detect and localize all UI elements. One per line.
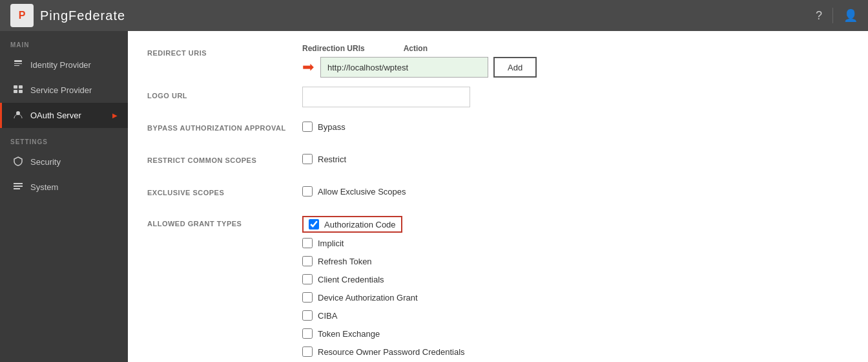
- action-col-header: Action: [404, 44, 428, 53]
- ping-logo-text: P: [19, 10, 26, 21]
- grant-types-list: Authorization Code Implicit Refresh Toke…: [302, 216, 465, 362]
- device-authorization-label: Device Authorization Grant: [318, 293, 418, 303]
- grant-type-token-exchange: Token Exchange: [302, 326, 465, 341]
- implicit-label: Implicit: [318, 239, 344, 248]
- svg-rect-0: [14, 60, 22, 62]
- token-exchange-checkbox[interactable]: [302, 328, 313, 339]
- settings-section-label: SETTINGS: [0, 128, 128, 149]
- grant-type-ciba: CIBA: [302, 308, 465, 323]
- allowed-grant-types-content: Authorization Code Implicit Refresh Toke…: [302, 216, 849, 362]
- svg-rect-6: [19, 90, 23, 93]
- add-button[interactable]: Add: [493, 57, 537, 78]
- device-authorization-checkbox[interactable]: [302, 292, 313, 303]
- brand-name: PingFederate: [40, 8, 125, 23]
- exclusive-scopes-row: EXCLUSIVE SCOPES Allow Exclusive Scopes: [147, 184, 849, 207]
- main-content: REDIRECT URIS Redirection URIs Action ➡ …: [128, 31, 868, 362]
- oauth-server-label: OAuth Server: [30, 111, 81, 120]
- sidebar-item-identity-provider[interactable]: Identity Provider: [0, 52, 128, 78]
- logo-url-content: [302, 87, 849, 107]
- main-section-label: MAIN: [0, 31, 128, 52]
- bypass-auth-content: Bypass: [302, 119, 849, 134]
- bypass-checkbox-row: Bypass: [302, 119, 346, 134]
- client-credentials-checkbox[interactable]: [302, 274, 313, 284]
- grant-type-client-credentials: Client Credentials: [302, 272, 465, 287]
- logo-url-input[interactable]: [302, 87, 470, 107]
- topbar-right: ? 👤: [816, 8, 858, 23]
- redirect-columns-header: Redirection URIs Action: [302, 44, 849, 53]
- grant-type-resource-owner: Resource Owner Password Credentials: [302, 344, 465, 359]
- redirect-uri-input[interactable]: [320, 57, 488, 78]
- identity-provider-icon: [12, 59, 24, 71]
- token-exchange-label: Token Exchange: [318, 329, 380, 339]
- topbar: P PingFederate ? 👤: [0, 0, 868, 31]
- restrict-checkbox[interactable]: [302, 154, 313, 164]
- topbar-left: P PingFederate: [10, 4, 125, 27]
- service-provider-icon: [12, 84, 24, 96]
- security-icon: [12, 156, 24, 168]
- redirection-uris-col-header: Redirection URIs: [302, 44, 365, 53]
- security-label: Security: [30, 157, 61, 167]
- arrow-indicator-icon: ➡: [302, 59, 314, 76]
- svg-rect-3: [14, 85, 17, 89]
- oauth-server-icon: [12, 109, 24, 122]
- service-provider-label: Service Provider: [30, 85, 92, 95]
- system-icon: [12, 181, 24, 193]
- svg-rect-8: [14, 183, 23, 184]
- redirect-uris-content: Redirection URIs Action ➡ Add: [302, 44, 849, 78]
- system-label: System: [30, 182, 58, 192]
- allowed-grant-types-label: ALLOWED GRANT TYPES: [147, 216, 302, 228]
- resource-owner-label: Resource Owner Password Credentials: [318, 347, 465, 357]
- ciba-checkbox[interactable]: [302, 310, 313, 321]
- sidebar-item-system[interactable]: System: [0, 175, 128, 200]
- sidebar-item-service-provider[interactable]: Service Provider: [0, 78, 128, 103]
- implicit-checkbox[interactable]: [302, 238, 313, 248]
- layout: MAIN Identity Provider Service Provider …: [0, 31, 868, 362]
- grant-type-implicit: Implicit: [302, 235, 465, 251]
- redirect-uris-label: REDIRECT URIS: [147, 44, 302, 78]
- grant-type-device-authorization: Device Authorization Grant: [302, 290, 465, 305]
- svg-rect-4: [19, 85, 23, 89]
- refresh-token-label: Refresh Token: [318, 257, 372, 266]
- allowed-grant-types-row: ALLOWED GRANT TYPES Authorization Code I…: [147, 216, 849, 362]
- restrict-label: Restrict: [318, 154, 346, 164]
- svg-rect-9: [14, 186, 23, 187]
- client-credentials-label: Client Credentials: [318, 275, 384, 284]
- sidebar: MAIN Identity Provider Service Provider …: [0, 31, 128, 362]
- bypass-auth-row: BYPASS AUTHORIZATION APPROVAL Bypass: [147, 119, 849, 142]
- redirect-input-row: ➡ Add: [302, 57, 849, 78]
- restrict-scopes-label: RESTRICT COMMON SCOPES: [147, 151, 302, 164]
- sidebar-item-security[interactable]: Security: [0, 149, 128, 175]
- svg-rect-5: [14, 90, 17, 93]
- restrict-checkbox-row: Restrict: [302, 151, 346, 167]
- ping-logo: P: [10, 4, 34, 27]
- svg-rect-2: [14, 65, 19, 66]
- logo-url-label: LOGO URL: [147, 87, 302, 100]
- bypass-label: Bypass: [318, 122, 346, 132]
- grant-type-authorization-code: Authorization Code: [302, 216, 402, 233]
- oauth-server-arrow: ▶: [112, 112, 118, 119]
- user-icon[interactable]: 👤: [843, 8, 858, 23]
- form-area: REDIRECT URIS Redirection URIs Action ➡ …: [128, 31, 868, 362]
- refresh-token-checkbox[interactable]: [302, 256, 313, 266]
- resource-owner-checkbox[interactable]: [302, 346, 313, 357]
- ciba-label: CIBA: [318, 311, 337, 321]
- exclusive-scopes-label: EXCLUSIVE SCOPES: [147, 184, 302, 197]
- exclusive-scopes-content: Allow Exclusive Scopes: [302, 184, 849, 199]
- exclusive-scopes-checkbox[interactable]: [302, 186, 313, 197]
- exclusive-checkbox-row: Allow Exclusive Scopes: [302, 184, 406, 199]
- restrict-scopes-row: RESTRICT COMMON SCOPES Restrict: [147, 151, 849, 175]
- bypass-auth-label: BYPASS AUTHORIZATION APPROVAL: [147, 119, 302, 132]
- identity-provider-label: Identity Provider: [30, 60, 91, 70]
- exclusive-scopes-label-text: Allow Exclusive Scopes: [318, 187, 406, 197]
- divider: [832, 8, 833, 23]
- help-icon[interactable]: ?: [816, 9, 822, 23]
- redirect-uris-section: REDIRECT URIS Redirection URIs Action ➡ …: [147, 44, 849, 78]
- svg-rect-1: [14, 63, 22, 64]
- sidebar-item-oauth-server[interactable]: OAuth Server ▶: [0, 103, 128, 128]
- authorization-code-label: Authorization Code: [324, 220, 396, 229]
- restrict-scopes-content: Restrict: [302, 151, 849, 167]
- authorization-code-checkbox[interactable]: [309, 219, 319, 229]
- svg-rect-10: [14, 188, 20, 189]
- bypass-checkbox[interactable]: [302, 122, 313, 132]
- grant-type-refresh-token: Refresh Token: [302, 253, 465, 269]
